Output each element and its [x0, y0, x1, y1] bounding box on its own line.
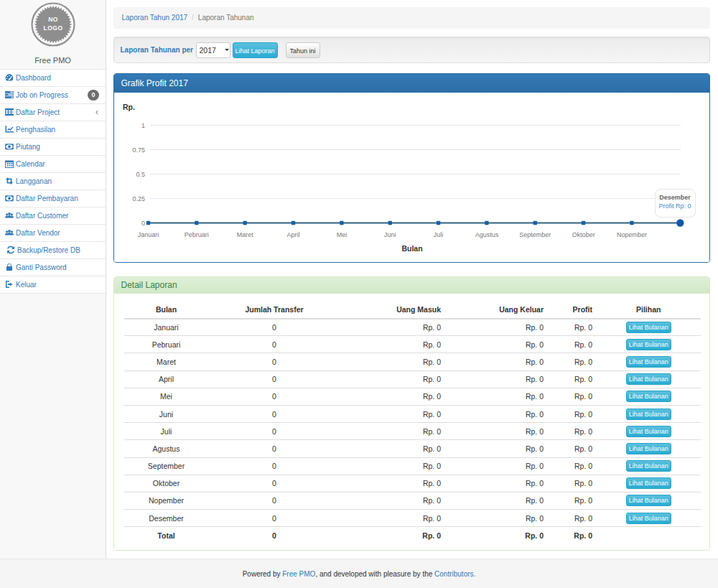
svg-text:Mei: Mei [336, 231, 347, 238]
svg-text:Rp.: Rp. [123, 103, 135, 111]
svg-text:September: September [519, 231, 551, 238]
svg-text:Juli: Juli [433, 231, 443, 238]
svg-text:Bulan: Bulan [401, 244, 422, 253]
svg-text:1: 1 [141, 122, 144, 129]
svg-text:Maret: Maret [236, 231, 253, 238]
svg-text:NO: NO [48, 16, 58, 23]
svg-text:Januari: Januari [137, 231, 159, 238]
svg-text:0.25: 0.25 [132, 195, 145, 202]
svg-text:Agustus: Agustus [475, 231, 498, 238]
svg-text:Nopember: Nopember [616, 231, 646, 238]
svg-text:Pebruari: Pebruari [184, 231, 208, 238]
svg-text:Oktober: Oktober [572, 231, 595, 238]
svg-text:LOGO: LOGO [43, 24, 62, 32]
svg-text:0: 0 [141, 220, 144, 227]
svg-text:0.75: 0.75 [132, 146, 145, 154]
svg-text:Juni: Juni [383, 231, 396, 238]
svg-text:0.5: 0.5 [136, 171, 145, 178]
svg-text:April: April [286, 231, 299, 238]
